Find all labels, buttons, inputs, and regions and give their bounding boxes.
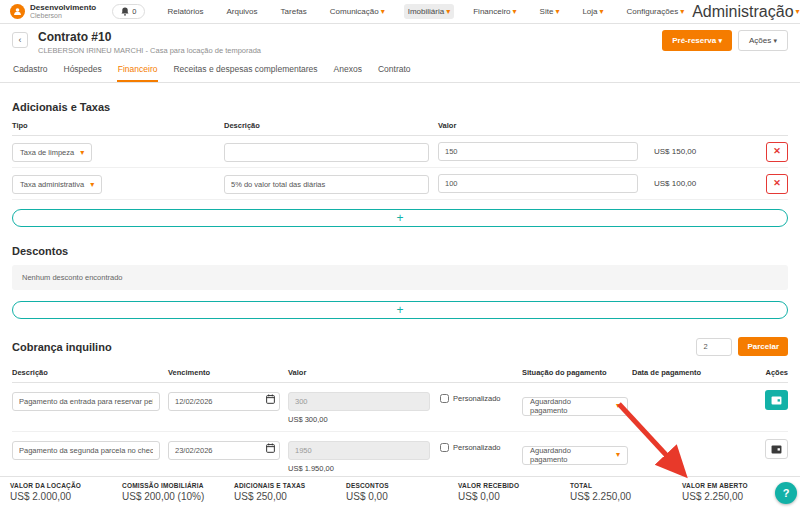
situacao-value: Aguardando pagamento (530, 446, 610, 464)
wallet-icon (771, 396, 782, 405)
cobranca-parcelas-input[interactable] (696, 338, 732, 356)
cobranca-header-row: Cobrança inquilino Parcelar (12, 337, 788, 356)
situacao-select[interactable]: Aguardando pagamento▾ (522, 446, 628, 465)
cobranca-parcelar-button[interactable]: Parcelar (738, 337, 788, 356)
add-adicional-button[interactable]: + (12, 209, 788, 227)
financial-summary-bar: VALOR DA LOCAÇÃOUS$ 2.000,00 COMISSÃO IM… (0, 476, 800, 511)
summary-item: VALOR EM ABERTOUS$ 2.250,00 (682, 482, 790, 502)
col-header-descricao: Descrição (224, 121, 438, 130)
nav-item-configuracoes[interactable]: Configurações▾ (623, 4, 689, 19)
register-payment-button[interactable] (765, 439, 788, 459)
delete-row-button[interactable]: ✕ (766, 142, 788, 162)
nav-label: Site (540, 7, 554, 16)
brand-name: Desenvolvimento (30, 4, 96, 12)
tab-financeiro[interactable]: Financeiro (117, 61, 159, 82)
col-header-valor: Valor (288, 368, 440, 377)
chevron-down-icon: ▾ (719, 37, 723, 44)
register-payment-button[interactable] (765, 390, 788, 410)
back-button[interactable]: ‹ (12, 32, 28, 48)
page-subtitle: CLEBERSON IRINEU MARCHI - Casa para loca… (38, 46, 261, 55)
add-desconto-button[interactable]: + (12, 301, 788, 319)
col-header-data-pagamento: Data de pagamento (632, 368, 750, 377)
tipo-value: Taxa administrativa (20, 180, 84, 189)
summary-value: US$ 2.000,00 (10, 491, 118, 502)
nav-label: Configurações (627, 7, 679, 16)
nav-item-relatorios[interactable]: Relatórios (163, 4, 207, 19)
valor-input[interactable] (438, 174, 638, 193)
cobranca-row: US$ 1.950,00 Personalizado Aguardando pa… (12, 432, 788, 481)
help-button[interactable]: ? (775, 482, 797, 504)
top-navbar: Desenvolvimento Cleberson 0 Relatórios A… (0, 0, 800, 24)
adicionais-row: Taxa administrativa▾ US$ 100,00 ✕ (12, 168, 788, 200)
chevron-down-icon: ▾ (80, 149, 84, 157)
cobranca-table-header: Descrição Vencimento Valor Situação do p… (12, 368, 788, 383)
nav-item-administracao[interactable]: Administração▾ (688, 0, 800, 24)
tipo-select[interactable]: Taxa administrativa▾ (12, 175, 102, 194)
situacao-value: Aguardando pagamento (530, 397, 610, 415)
summary-item: VALOR DA LOCAÇÃOUS$ 2.000,00 (10, 482, 118, 502)
summary-item: ADICIONAIS E TAXASUS$ 250,00 (234, 482, 342, 502)
chevron-down-icon: ▾ (796, 8, 800, 16)
summary-value: US$ 250,00 (234, 491, 342, 502)
nav-item-site[interactable]: Site▾ (536, 4, 564, 19)
bell-icon (121, 7, 129, 16)
wallet-icon (771, 445, 782, 454)
summary-value: US$ 0,00 (346, 491, 454, 502)
valor-formatted: US$ 100,00 (654, 179, 696, 188)
chevron-down-icon: ▾ (616, 451, 620, 459)
col-header-valor: Valor (438, 121, 788, 130)
valor-input[interactable] (438, 142, 638, 161)
summary-item: TOTALUS$ 2.250,00 (570, 482, 678, 502)
tipo-value: Taxa de limpeza (20, 148, 74, 157)
descricao-input[interactable] (224, 143, 429, 162)
tab-contrato[interactable]: Contrato (377, 61, 412, 82)
descontos-empty-message: Nenhum desconto encontrado (12, 265, 788, 290)
nav-item-loja[interactable]: Loja▾ (578, 4, 607, 19)
parcela-descricao-input[interactable] (12, 441, 160, 460)
summary-label: VALOR EM ABERTO (682, 482, 790, 489)
nav-label: Relatórios (167, 7, 203, 16)
parcela-valor-input (288, 441, 430, 460)
page-title: Contrato #10 (38, 30, 261, 44)
vencimento-date-input[interactable] (168, 392, 280, 411)
vencimento-date-input[interactable] (168, 441, 280, 460)
tab-receitas-despesas[interactable]: Receitas e despesas complementares (172, 61, 318, 82)
nav-item-arquivos[interactable]: Arquivos (222, 4, 261, 19)
nav-label: Arquivos (226, 7, 257, 16)
tab-anexos[interactable]: Anexos (333, 61, 363, 82)
nav-label: Administração (692, 3, 793, 21)
section-title-descontos: Descontos (12, 245, 788, 257)
descricao-input[interactable] (224, 175, 429, 194)
summary-label: VALOR RECEBIDO (458, 482, 566, 489)
tab-hospedes[interactable]: Hóspedes (63, 61, 103, 82)
tipo-select[interactable]: Taxa de limpeza▾ (12, 143, 92, 162)
tab-cadastro[interactable]: Cadastro (12, 61, 49, 82)
brand-text: Desenvolvimento Cleberson (30, 4, 96, 20)
nav-item-tarefas[interactable]: Tarefas (277, 4, 311, 19)
pre-reserva-label: Pré-reserva (672, 36, 716, 45)
pre-reserva-button[interactable]: Pré-reserva ▾ (662, 30, 732, 51)
acoes-button[interactable]: Ações ▾ (738, 30, 788, 51)
brand-user: Cleberson (30, 12, 96, 19)
calendar-icon (266, 443, 275, 453)
main-menu: Relatórios Arquivos Tarefas Comunicação▾… (163, 4, 688, 19)
personalizado-checkbox[interactable] (440, 394, 449, 403)
summary-label: VALOR DA LOCAÇÃO (10, 482, 118, 489)
parcela-descricao-input[interactable] (12, 392, 160, 411)
situacao-select[interactable]: Aguardando pagamento▾ (522, 397, 628, 416)
chevron-down-icon: ▾ (555, 8, 559, 16)
personalizado-checkbox[interactable] (440, 443, 449, 452)
chevron-down-icon: ▾ (381, 8, 385, 16)
chevron-down-icon: ▾ (600, 8, 604, 16)
parcela-valor-formatted: US$ 300,00 (288, 415, 440, 424)
summary-label: COMISSÃO IMOBILIÁRIA (122, 482, 230, 489)
title-block: Contrato #10 CLEBERSON IRINEU MARCHI - C… (38, 30, 261, 55)
nav-label: Financeiro (473, 7, 510, 16)
nav-item-comunicacao[interactable]: Comunicação▾ (326, 4, 389, 19)
summary-label: DESCONTOS (346, 482, 454, 489)
nav-item-imobiliaria[interactable]: Imobiliária▾ (404, 4, 454, 19)
nav-item-financeiro[interactable]: Financeiro▾ (469, 4, 520, 19)
calendar-icon (266, 394, 275, 404)
notifications-button[interactable]: 0 (112, 4, 145, 19)
delete-row-button[interactable]: ✕ (766, 174, 788, 194)
